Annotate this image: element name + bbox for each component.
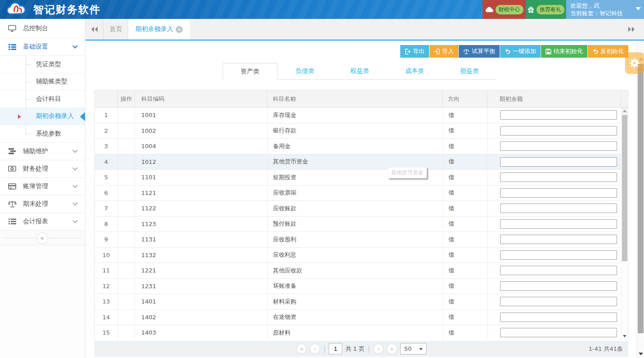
sidebar-group-basic-settings[interactable]: 基础设置 [0, 38, 85, 56]
subject-name-cell: 坏账准备 [268, 279, 443, 294]
table-row[interactable]: 6 1121 应收票据 借 [95, 186, 628, 201]
table-row[interactable]: 14 1402 在途物资 借 [95, 310, 628, 326]
sidebar-item-opening-balance[interactable]: 期初余额录入 [0, 108, 85, 126]
balance-input[interactable] [500, 297, 617, 306]
tab-liabilities[interactable]: 负债类 [277, 63, 332, 80]
report-list-icon [8, 218, 17, 225]
prev-page-button[interactable]: ‹ [310, 344, 320, 354]
table-row[interactable]: 10 1132 应收利息 借 [95, 248, 628, 263]
table-row[interactable]: 8 1123 预付账款 借 [95, 217, 628, 232]
tab-equity-label: 权益类 [350, 67, 369, 75]
table-row[interactable]: 3 1004 备用金 借 [95, 139, 628, 154]
scrollbar-thumb[interactable] [638, 64, 644, 333]
export-button[interactable]: 导出 [400, 45, 429, 58]
scroll-up-icon[interactable] [622, 108, 628, 114]
sidebar-item-auxiliary-account-types[interactable]: 辅助账类型 [0, 73, 85, 91]
tabs-scroll-left-button[interactable] [85, 19, 103, 40]
table-row[interactable]: 12 1231 坏账准备 借 [95, 279, 628, 295]
balance-input[interactable] [500, 188, 617, 198]
header-opening-balance: 期初余额 [487, 91, 622, 107]
tabs-scroll-right-button[interactable] [622, 19, 640, 40]
sidebar-group-period-end-processing-label: 期末处理 [23, 200, 48, 208]
table-row[interactable]: 5 1101 短期投资 借 [95, 170, 628, 186]
sidebar-nav: 总控制台 基础设置 凭证类型 辅助账类型 会计科目 期初余额录入 [0, 19, 85, 358]
last-page-button[interactable]: » [387, 344, 397, 354]
subject-name-cell: 应收票据 [268, 186, 443, 201]
finish-initialization-button[interactable]: 结束初始化 [541, 45, 587, 58]
tax-center-button[interactable]: 财税中心 [483, 0, 526, 19]
first-page-button[interactable]: « [296, 344, 307, 354]
app-title: 智记财务软件 [33, 3, 101, 17]
subject-code-cell: 1123 [135, 217, 268, 232]
active-item-pointer-icon [80, 112, 85, 121]
tab-assets[interactable]: 资产类 [223, 63, 277, 80]
sidebar-collapse-button[interactable]: « [36, 232, 48, 244]
balance-input[interactable] [500, 141, 617, 151]
table-row[interactable]: 7 1122 应收账款 借 [95, 201, 628, 217]
account-menu[interactable]: 欢迎您，武 当前账套：智记科技 [566, 0, 644, 19]
sidebar-group-auxiliary-maintenance[interactable]: 辅助维护 [0, 143, 85, 160]
next-page-button[interactable]: › [373, 344, 384, 354]
subject-name-cell: 预付账款 [268, 217, 443, 232]
sidebar-item-console[interactable]: 总控制台 [0, 19, 85, 38]
scroll-down-icon[interactable] [639, 353, 643, 355]
balance-input[interactable] [500, 328, 617, 337]
sidebar-group-period-end-processing[interactable]: 期末处理 [0, 195, 85, 213]
import-button[interactable]: 导入 [429, 45, 458, 58]
balance-input[interactable] [500, 281, 617, 291]
tab-cost[interactable]: 成本类 [387, 63, 442, 80]
scrollbar-thumb[interactable] [622, 115, 627, 261]
sidebar-group-ledger-management[interactable]: 账簿管理 [0, 178, 85, 195]
pagination-bar: « ‹ | 共 1 页 | › » 50 1-41 共41条 [94, 341, 628, 357]
action-toolbar: 导出 导入 试算平衡 一键添加 结束初始化 反初始化 [400, 45, 628, 58]
sidebar-item-voucher-types-label: 凭证类型 [36, 60, 61, 68]
balance-input[interactable] [500, 204, 617, 213]
record-count-summary: 1-41 共41条 [589, 341, 623, 357]
table-row[interactable]: 11 1221 其他应收款 借 [95, 263, 628, 279]
tab-home-label: 首页 [110, 25, 122, 33]
table-row[interactable]: 2 1002 银行存款 借 [95, 123, 628, 139]
table-row[interactable]: 15 1403 原材料 借 [95, 325, 628, 340]
balance-cell [488, 248, 622, 263]
table-row[interactable]: 9 1131 应收股利 借 [95, 232, 628, 248]
tab-profit-loss[interactable]: 损益类 [442, 63, 497, 80]
balance-input[interactable] [500, 110, 617, 120]
balance-input[interactable] [500, 266, 617, 275]
row-number: 7 [95, 201, 118, 216]
trial-balance-button[interactable]: 试算平衡 [459, 45, 500, 58]
page-number-input[interactable] [329, 343, 342, 354]
balance-input[interactable] [500, 172, 617, 182]
undo-initialization-button[interactable]: 反初始化 [588, 45, 628, 58]
operation-cell [118, 294, 135, 309]
table-scrollbar[interactable] [621, 108, 628, 340]
page-size-select[interactable]: 50 [400, 343, 426, 354]
sidebar-item-system-parameters[interactable]: 系统参数 [0, 125, 85, 143]
referral-button[interactable]: 推荐有礼 [526, 0, 566, 19]
sidebar-item-voucher-types[interactable]: 凭证类型 [0, 56, 85, 73]
subject-code-cell: 1403 [135, 325, 268, 340]
balance-input[interactable] [500, 250, 617, 260]
sidebar-item-accounting-subjects[interactable]: 会计科目 [0, 91, 85, 108]
table-row[interactable]: 1 1001 库存现金 借 [95, 108, 628, 123]
operation-cell [118, 325, 135, 340]
sidebar-group-accounting-reports[interactable]: 会计报表 [0, 213, 85, 231]
balance-input[interactable] [500, 157, 617, 167]
sidebar-group-financial-processing[interactable]: 0 财务处理 [0, 160, 85, 178]
balance-input[interactable] [500, 126, 617, 136]
one-click-add-button[interactable]: 一键添加 [500, 45, 541, 58]
scroll-down-icon[interactable] [623, 335, 626, 337]
balance-input[interactable] [500, 235, 617, 244]
settings-gear-button[interactable] [625, 52, 644, 74]
balance-input[interactable] [500, 219, 617, 229]
tab-equity[interactable]: 权益类 [332, 63, 387, 80]
balance-cell [488, 170, 622, 185]
page-scrollbar[interactable] [636, 41, 644, 358]
table-row[interactable]: 13 1401 材料采购 借 [95, 294, 628, 310]
balance-input[interactable] [500, 313, 617, 322]
tab-home[interactable]: 首页 [104, 19, 128, 40]
table-row[interactable]: 4 1012 其他货币资金 借 [95, 154, 628, 170]
subject-code-cell: 1012 [135, 154, 268, 170]
operation-cell [118, 248, 135, 263]
tab-opening-balance[interactable]: 期初余额录入 × [128, 19, 190, 40]
tab-close-icon[interactable]: × [176, 26, 183, 33]
